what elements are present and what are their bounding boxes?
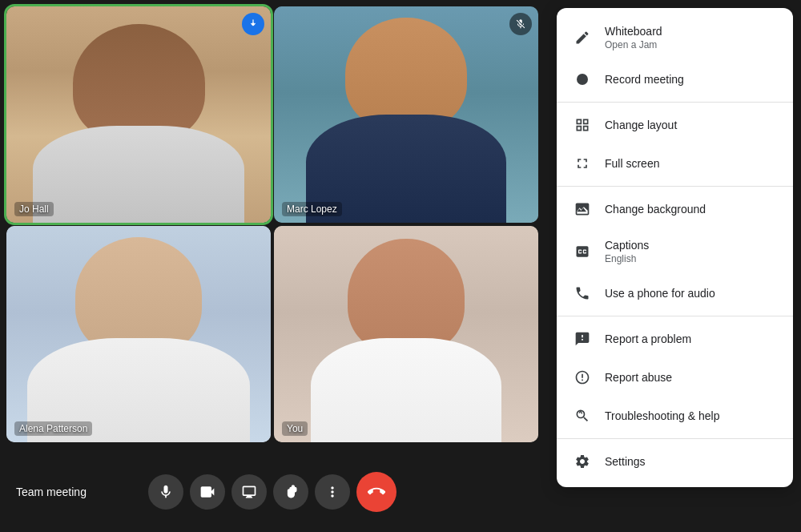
video-tile-3: Alena Patterson — [6, 226, 271, 442]
menu-text-layout: Change layout — [605, 118, 777, 132]
background-icon — [573, 200, 592, 219]
troubleshoot-icon — [573, 406, 592, 425]
speaker-muted-icon-2 — [509, 13, 532, 35]
menu-text-problem: Report a problem — [605, 332, 777, 346]
end-call-button[interactable] — [356, 472, 396, 512]
effects-button[interactable] — [273, 474, 308, 510]
menu-item-fullscreen[interactable]: Full screen — [557, 144, 793, 183]
menu-text-abuse: Report abuse — [605, 370, 777, 385]
participant-name-1: Jo Hall — [14, 202, 54, 216]
fullscreen-icon — [573, 154, 592, 173]
menu-item-phone[interactable]: Use a phone for audio — [557, 274, 793, 312]
video-tile-4: You — [274, 226, 538, 442]
menu-label-troubleshoot: Troubleshooting & help — [605, 409, 777, 423]
divider-1 — [557, 102, 793, 103]
menu-label-abuse: Report abuse — [605, 370, 777, 385]
menu-text-phone: Use a phone for audio — [605, 286, 777, 300]
menu-label-layout: Change layout — [605, 118, 777, 132]
video-tile-1: Jo Hall — [6, 6, 271, 223]
menu-item-layout[interactable]: Change layout — [557, 106, 793, 144]
menu-text-record: Record meeting — [605, 72, 777, 87]
report-abuse-icon — [573, 368, 592, 387]
more-options-button[interactable] — [315, 474, 350, 510]
svg-point-0 — [252, 22, 255, 26]
menu-text-whiteboard: Whiteboard Open a Jam — [605, 24, 777, 50]
settings-icon — [573, 452, 592, 471]
context-menu: Whiteboard Open a Jam Record meeting Cha… — [557, 8, 793, 487]
menu-label-record: Record meeting — [605, 72, 777, 87]
menu-label-fullscreen: Full screen — [605, 156, 777, 171]
menu-item-abuse[interactable]: Report abuse — [557, 358, 793, 397]
layout-icon — [573, 115, 592, 135]
participant-name-2: Marc Lopez — [282, 202, 342, 216]
menu-label-captions: Captions — [605, 238, 777, 252]
menu-item-whiteboard[interactable]: Whiteboard Open a Jam — [557, 14, 793, 60]
menu-label-problem: Report a problem — [605, 332, 777, 346]
edit-icon — [573, 28, 592, 47]
menu-label-background: Change background — [605, 202, 777, 216]
menu-item-captions[interactable]: Captions English — [557, 228, 793, 274]
menu-item-settings[interactable]: Settings — [557, 442, 793, 481]
participant-name-3: Alena Patterson — [14, 421, 92, 436]
record-icon — [573, 70, 592, 89]
participant-name-4: You — [282, 421, 308, 436]
mic-button[interactable] — [148, 474, 183, 510]
divider-4 — [557, 438, 793, 439]
menu-label-whiteboard: Whiteboard — [605, 24, 777, 38]
meeting-title: Team meeting — [16, 486, 87, 498]
control-bar: Team meeting — [0, 452, 545, 532]
divider-3 — [557, 316, 793, 316]
menu-label-phone: Use a phone for audio — [605, 286, 777, 300]
present-button[interactable] — [231, 474, 267, 510]
phone-audio-icon — [573, 284, 592, 303]
menu-text-captions: Captions English — [605, 238, 777, 264]
divider-2 — [557, 186, 793, 187]
menu-item-troubleshoot[interactable]: Troubleshooting & help — [557, 397, 793, 435]
video-grid: Jo Hall Marc Lopez Alena Patterson You — [0, 0, 545, 449]
menu-item-record[interactable]: Record meeting — [557, 60, 793, 99]
captions-icon — [573, 242, 592, 261]
menu-item-problem[interactable]: Report a problem — [557, 320, 793, 358]
menu-sublabel-whiteboard: Open a Jam — [605, 39, 777, 50]
menu-text-troubleshoot: Troubleshooting & help — [605, 409, 777, 423]
menu-item-background[interactable]: Change background — [557, 190, 793, 228]
menu-text-settings: Settings — [605, 454, 777, 469]
menu-text-background: Change background — [605, 202, 777, 216]
menu-text-fullscreen: Full screen — [605, 156, 777, 171]
menu-sublabel-captions: English — [605, 253, 777, 264]
video-tile-2: Marc Lopez — [274, 6, 538, 223]
menu-label-settings: Settings — [605, 454, 777, 469]
controls-group — [148, 472, 396, 512]
camera-button[interactable] — [190, 474, 225, 510]
speaker-active-icon — [242, 13, 264, 35]
report-problem-icon — [573, 329, 592, 349]
